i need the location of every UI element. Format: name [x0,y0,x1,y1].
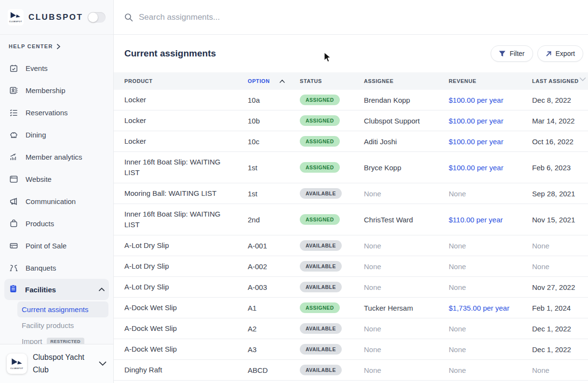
cell-revenue: None [449,278,532,296]
table-row[interactable]: Locker 10a ASSIGNED Brendan Kopp $100.00… [114,90,588,110]
cell-revenue[interactable]: $100.00 per year [449,159,532,177]
cell-last-assigned: Oct 16, 2022 [532,133,582,150]
sidebar-item-membership[interactable]: Membership [0,79,113,101]
table-row[interactable]: A-Lot Dry Slip A-002 AVAILABLE None None… [114,256,588,277]
cell-last-assigned: None [532,237,582,255]
sidebar-item-products[interactable]: Products [0,212,113,234]
table-row[interactable]: A-Dock Wet Slip A2 AVAILABLE None None D… [114,318,588,339]
cell-revenue: None [449,361,532,379]
header-chevron-down-icon[interactable] [579,77,586,82]
column-header-option[interactable]: OPTION [248,78,300,84]
cell-option: 10c [248,133,300,150]
pos-terminal-icon [9,241,18,250]
status-badge: ASSIGNED [300,162,340,173]
main-content: Current assignments Filter Export PRODUC… [114,0,588,383]
sort-asc-icon [280,80,285,83]
cell-revenue[interactable]: $1,735.00 per year [449,299,532,317]
cell-revenue: None [449,185,532,203]
cell-assignee: None [364,341,449,358]
club-logo-micro-text: CLUBSPOT [11,367,24,369]
cell-last-assigned: Nov 15, 2021 [532,211,582,229]
cell-option: A2 [248,320,300,338]
cell-assignee: None [364,185,449,203]
brand-name: CLUBSPOT [28,13,83,22]
table-row[interactable]: Inner 16ft Boat Slip: WAITING LIST 2nd A… [114,204,588,235]
sidebar-item-communication[interactable]: Communication [0,190,113,212]
sidebar-item-events[interactable]: Events [0,57,113,79]
column-header-product[interactable]: PRODUCT [124,78,248,84]
table-row[interactable]: A-Dock Wet Slip A3 AVAILABLE None None D… [114,339,588,360]
cell-revenue[interactable]: $100.00 per year [449,91,532,109]
sidebar-item-label: Facilities [25,286,92,294]
sidebar-item-website[interactable]: Website [0,168,113,190]
table-header: PRODUCT OPTION STATUS ASSIGNEE REVENUE L… [114,72,588,90]
cell-revenue[interactable]: $100.00 per year [449,133,532,150]
cell-option: ABCD [248,361,300,379]
table-row[interactable]: Mooring Ball: WAITING LIST 1st AVAILABLE… [114,183,588,204]
cell-revenue: None [449,320,532,338]
cell-last-assigned: None [532,361,582,379]
cell-option: A-002 [248,258,300,275]
export-button[interactable]: Export [537,45,583,62]
cell-product: Inner 16ft Boat Slip: WAITING LIST [124,204,248,235]
sidebar-item-facilities[interactable]: Facilities [4,279,109,300]
cell-product: A-Lot Dry Slip [124,256,248,276]
filter-icon [499,51,506,57]
cell-revenue: None [449,341,532,358]
sidebar-item-label: Events [26,64,48,72]
club-switcher[interactable]: CLUBSPOT Clubspot Yacht Club [0,344,113,383]
cell-assignee: Bryce Kopp [364,159,449,177]
subnav-item-label: Facility products [22,321,74,329]
status-badge: AVAILABLE [300,240,342,251]
logo-micro-text: CLUBSPOT [9,20,22,23]
sidebar-item-label: Communication [26,197,76,205]
cell-product: A-Lot Dry Slip [124,235,248,256]
column-header-status[interactable]: STATUS [300,78,364,84]
sidebar-item-label: Point of Sale [26,242,67,250]
filter-button-label: Filter [509,50,524,57]
column-header-revenue[interactable]: REVENUE [449,78,532,84]
status-badge: AVAILABLE [300,188,342,199]
subnav-item-current-assignments[interactable]: Current assignments [17,301,108,317]
cell-assignee: Aditi Joshi [364,133,449,150]
status-badge: ASSIGNED [300,214,340,225]
table-row[interactable]: Locker 10b ASSIGNED Clubspot Support $10… [114,110,588,131]
cell-revenue[interactable]: $100.00 per year [449,112,532,130]
sidebar-item-point-of-sale[interactable]: Point of Sale [0,234,113,257]
id-card-icon [9,85,18,95]
cell-assignee: ChrisTest Ward [364,211,449,229]
cell-option: A-001 [248,237,300,255]
table-row[interactable]: Locker 10c ASSIGNED Aditi Joshi $100.00 … [114,131,588,152]
cell-option: A3 [248,341,300,358]
cell-product: Locker [124,110,248,131]
filter-button[interactable]: Filter [491,45,533,62]
column-header-last-assigned[interactable]: LAST ASSIGNED [532,78,582,84]
subnav-item-facility-products[interactable]: Facility products [17,317,108,333]
table-row[interactable]: A-Lot Dry Slip A-003 AVAILABLE None None… [114,277,588,298]
cell-last-assigned: Feb 1, 2024 [532,299,582,317]
sidebar-item-banquets[interactable]: Banquets [0,257,113,279]
cell-revenue: None [449,258,532,275]
theme-toggle[interactable] [88,12,106,23]
table-row[interactable]: Dinghy Raft ABCD AVAILABLE None None Non… [114,360,588,381]
sidebar-item-reservations[interactable]: Reservations [0,101,113,123]
page-header: Current assignments Filter Export [114,35,588,72]
cell-last-assigned: Dec 8, 2022 [532,91,582,109]
cell-product: A-Dock Wet Slip [124,339,248,359]
help-center-link[interactable]: HELP CENTER [0,35,113,55]
cell-assignee: None [364,361,449,379]
table-row[interactable]: Inner 16ft Boat Slip: WAITING LIST 1st A… [114,152,588,183]
table-row[interactable]: A-Dock Wet Slip A1 ASSIGNED Tucker Hersa… [114,298,588,318]
table-row[interactable]: A-Lot Dry Slip A-001 AVAILABLE None None… [114,235,588,256]
search-icon [124,13,133,22]
sidebar-item-label: Products [26,219,54,228]
sidebar-item-dining[interactable]: Dining [0,123,113,146]
cell-product: Locker [124,131,248,151]
sidebar-item-member-analytics[interactable]: Member analytics [0,146,113,168]
status-badge: ASSIGNED [300,115,340,126]
clubspot-logo-icon: CLUBSPOT [8,9,24,26]
cell-last-assigned: None [532,258,582,275]
column-header-assignee[interactable]: ASSIGNEE [364,78,449,84]
search-input[interactable] [139,13,577,22]
cell-revenue[interactable]: $110.00 per year [449,211,532,229]
